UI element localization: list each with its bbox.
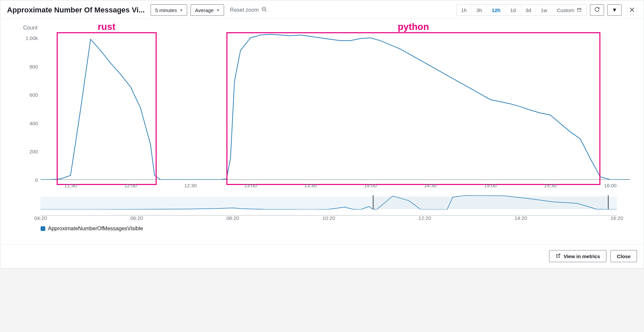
time-range-group: 1h3h12h1d3d1wCustom xyxy=(456,4,587,16)
close-button[interactable]: Close xyxy=(610,250,637,262)
reset-zoom-label: Reset zoom xyxy=(230,7,259,13)
statistic-select-label: Average xyxy=(195,7,214,13)
x-tick: 15:00 xyxy=(484,183,497,188)
overview-x-tick: 14:20 xyxy=(515,215,527,221)
x-tick: 12:00 xyxy=(124,183,137,188)
svg-rect-3 xyxy=(578,8,581,11)
legend: ApproximateNumberOfMessagesVisible xyxy=(41,226,617,232)
y-tick: 400 xyxy=(17,120,41,126)
range-1h[interactable]: 1h xyxy=(457,5,472,15)
legend-label: ApproximateNumberOfMessagesVisible xyxy=(48,226,143,232)
calendar-icon xyxy=(577,7,582,13)
main-plot[interactable]: 1.00k8006004002000 11:3012:0012:3013:001… xyxy=(17,32,630,193)
close-icon-button[interactable]: ✕ xyxy=(627,6,637,14)
line-series xyxy=(41,32,630,180)
view-in-metrics-label: View in metrics xyxy=(564,253,600,259)
panel-footer: View in metrics Close xyxy=(0,244,644,268)
plot-surface[interactable] xyxy=(41,32,630,180)
y-tick: 0 xyxy=(17,177,41,183)
range-12h[interactable]: 12h xyxy=(487,5,505,15)
zoom-out-icon xyxy=(261,6,267,14)
external-link-icon xyxy=(555,253,561,259)
caret-down-icon: ▼ xyxy=(179,8,183,12)
annotation-label-rust: rust xyxy=(98,21,115,32)
x-tick: 13:00 xyxy=(244,183,257,188)
y-tick: 800 xyxy=(17,63,41,69)
overview-selection[interactable] xyxy=(373,195,609,209)
x-axis: 11:3012:0012:3013:0013:3014:0014:3015:00… xyxy=(41,180,630,193)
overview-x-tick: 12:20 xyxy=(419,215,431,221)
view-in-metrics-button[interactable]: View in metrics xyxy=(549,250,606,262)
caret-down-icon: ▼ xyxy=(612,7,617,13)
overview-x-tick: 10:20 xyxy=(322,215,335,221)
x-tick: 12:30 xyxy=(184,183,197,188)
chart-area: Count 1.00k8006004002000 11:3012:0012:30… xyxy=(0,19,644,238)
period-select[interactable]: 5 minutes ▼ xyxy=(151,4,187,16)
caret-down-icon: ▼ xyxy=(216,8,220,12)
range-1w[interactable]: 1w xyxy=(536,5,552,15)
range-custom[interactable]: Custom xyxy=(552,5,586,15)
overview-x-axis: 04:2006:2008:2010:2012:2014:2016:20 xyxy=(41,215,617,222)
actions-dropdown[interactable]: ▼ xyxy=(607,4,622,16)
svg-line-7 xyxy=(558,254,560,256)
panel-title: Approximate Number Of Messages Vi... xyxy=(7,6,145,14)
overview-x-tick: 16:20 xyxy=(610,215,623,221)
x-tick: 14:30 xyxy=(424,183,437,188)
x-tick: 13:30 xyxy=(304,183,317,188)
x-tick: 16:00 xyxy=(604,183,617,188)
legend-swatch xyxy=(41,226,45,231)
range-3h[interactable]: 3h xyxy=(472,5,487,15)
range-1d[interactable]: 1d xyxy=(505,5,521,15)
refresh-button[interactable] xyxy=(590,4,604,16)
metric-panel: Approximate Number Of Messages Vi... 5 m… xyxy=(0,0,644,269)
toolbar: Approximate Number Of Messages Vi... 5 m… xyxy=(0,0,644,19)
statistic-select[interactable]: Average ▼ xyxy=(191,4,224,16)
range-3d[interactable]: 3d xyxy=(521,5,536,15)
y-tick: 1.00k xyxy=(17,35,41,41)
reset-zoom-button[interactable]: Reset zoom xyxy=(227,6,270,14)
refresh-icon xyxy=(594,7,600,13)
x-tick: 15:30 xyxy=(544,183,557,188)
svg-line-1 xyxy=(265,10,267,12)
x-tick: 14:00 xyxy=(364,183,377,188)
y-axis: 1.00k8006004002000 xyxy=(17,32,41,180)
period-select-label: 5 minutes xyxy=(155,7,177,13)
overview-x-tick: 04:20 xyxy=(34,215,47,221)
y-tick: 200 xyxy=(17,149,41,154)
overview-x-tick: 06:20 xyxy=(130,215,143,221)
x-tick: 11:30 xyxy=(64,183,77,188)
overview-plot[interactable]: 04:2006:2008:2010:2012:2014:2016:20 xyxy=(41,195,617,216)
y-tick: 600 xyxy=(17,92,41,98)
overview-x-tick: 08:20 xyxy=(226,215,239,221)
close-button-label: Close xyxy=(617,253,631,259)
annotation-label-python: python xyxy=(398,21,429,32)
